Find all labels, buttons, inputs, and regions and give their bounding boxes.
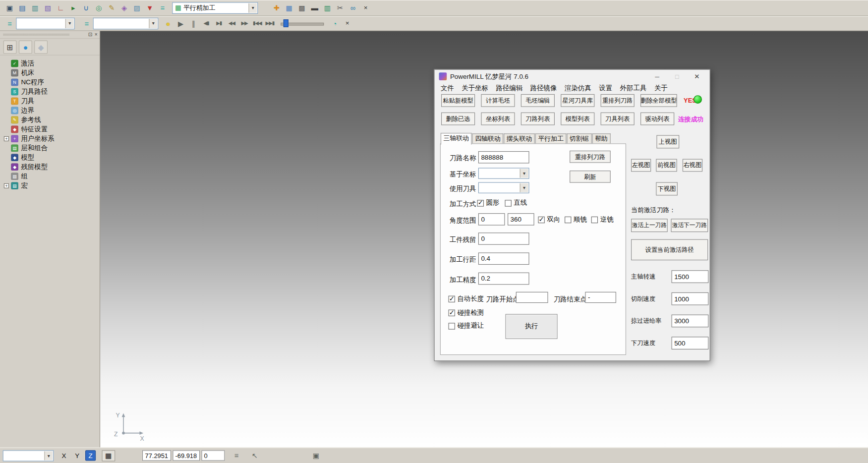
speed-input[interactable]	[672, 292, 709, 305]
tree-item[interactable]: ◆ 残留模型	[0, 162, 100, 172]
set-active-path-button[interactable]: 设置当前激活路径	[631, 239, 708, 260]
action-button[interactable]: 重排列刀路	[601, 94, 635, 107]
save-icon[interactable]: ▤	[17, 2, 28, 13]
print-icon[interactable]: ▥	[29, 2, 41, 13]
status-combo[interactable]	[3, 450, 54, 461]
action-button[interactable]: 刀路列表	[521, 113, 555, 125]
direction-checkbox[interactable]: 顺铣	[565, 215, 587, 224]
drag-grip[interactable]	[3, 34, 69, 35]
coordinate-field[interactable]: -69.918	[173, 450, 200, 461]
expand-icon[interactable]	[4, 183, 9, 188]
minimize-button[interactable]: ─	[649, 73, 666, 79]
step-button[interactable]: ▶▮	[213, 17, 225, 29]
tree-item[interactable]: ▤ 宏	[0, 181, 100, 190]
angle-to-input[interactable]	[508, 213, 534, 226]
stock-allowance-input[interactable]	[478, 232, 529, 245]
menu-item[interactable]: 路径编辑	[492, 83, 526, 94]
refresh-button[interactable]: 刷新	[570, 171, 611, 183]
reorder-toolpath-button[interactable]: 重排列刀路	[570, 151, 611, 163]
model-block-icon[interactable]: ▨	[131, 2, 143, 13]
globe-icon[interactable]: ●	[19, 40, 32, 54]
tab[interactable]: 切割锯	[567, 133, 592, 144]
tab[interactable]: 帮助	[592, 133, 610, 144]
tree-item[interactable]: ▤ 层和组合	[0, 143, 100, 153]
curve-icon[interactable]: ∪	[80, 2, 92, 13]
menu-item[interactable]: 渲染仿真	[561, 83, 595, 94]
end-point-input[interactable]	[585, 292, 616, 303]
close-button[interactable]: ✕	[689, 72, 705, 80]
tree-item[interactable]: ◆ 模型	[0, 153, 100, 162]
simulation-clock-icon[interactable]: ◔	[329, 17, 340, 29]
tree-item[interactable]: ✓ 激活	[0, 58, 100, 68]
menu-item[interactable]: 关于坐标	[458, 83, 492, 94]
base-coord-select[interactable]	[478, 168, 529, 179]
view-bottom-button[interactable]: 下视图	[656, 182, 678, 196]
speed-input[interactable]	[672, 270, 709, 283]
clip-icon[interactable]: ✂	[334, 2, 346, 13]
action-button[interactable]: 计算毛坯	[481, 94, 515, 107]
workplane-icon[interactable]: ∟	[55, 2, 66, 13]
auto-length-checkbox[interactable]: 自动长度	[449, 294, 484, 303]
tool-combo[interactable]	[93, 17, 159, 29]
direction-checkbox[interactable]: 逆铣	[591, 215, 614, 224]
coordinate-field[interactable]: 77.2951	[142, 450, 171, 461]
pages-icon-button[interactable]: ▣	[310, 450, 322, 461]
action-button[interactable]: 模型列表	[561, 113, 594, 125]
start-point-input[interactable]	[516, 292, 548, 303]
expand-icon[interactable]	[4, 136, 9, 141]
transform-icon[interactable]: ◈	[118, 2, 130, 13]
strategy-list-icon[interactable]: ≡	[157, 2, 168, 13]
tolerance-input[interactable]	[478, 273, 529, 285]
toolpath-list-icon[interactable]: ≡	[4, 17, 15, 29]
light-bulb-icon[interactable]: ●	[162, 17, 174, 29]
tab[interactable]: 摆头联动	[504, 133, 535, 144]
action-button[interactable]: 星河刀具库	[561, 94, 594, 107]
grid-toggle-button[interactable]: ▦	[102, 450, 115, 461]
toolpath-icon[interactable]: ▸	[67, 2, 79, 13]
explorer-float-icon[interactable]: ⊡	[88, 32, 92, 37]
action-button[interactable]: 驱动列表	[640, 113, 674, 125]
shaded-model-icon[interactable]: ◆	[34, 40, 48, 54]
tree-item[interactable]: S 刀具路径	[0, 87, 100, 96]
action-button[interactable]: 坐标列表	[481, 113, 515, 125]
toolpath-combo[interactable]	[16, 17, 74, 29]
maximize-button[interactable]: □	[669, 73, 686, 79]
simulation-speed-slider[interactable]	[281, 19, 324, 28]
view-left-button[interactable]: 左视图	[631, 159, 651, 172]
tree-item[interactable]: N NC程序	[0, 77, 100, 87]
tree-item[interactable]: M 机床	[0, 68, 100, 77]
block-icon[interactable]: ▧	[42, 2, 54, 13]
tree-item[interactable]: ◆ 特征设置	[0, 124, 100, 134]
view-right-button[interactable]: 右视图	[683, 159, 702, 172]
view-front-button[interactable]: 前视图	[656, 159, 677, 172]
tree-item[interactable]: ▧ 组	[0, 172, 100, 181]
view-icon[interactable]: ∞	[347, 2, 358, 13]
menu-item[interactable]: 关于	[650, 83, 671, 94]
dialog-titlebar[interactable]: PowerMILL 忆梦星河 7.0.6 ─ □ ✕	[435, 70, 710, 83]
axis-toggle-button[interactable]: Y	[72, 450, 82, 461]
angle-from-input[interactable]	[478, 213, 505, 226]
measure-icon[interactable]: ▬	[309, 2, 320, 13]
direction-checkbox[interactable]: 双向	[538, 215, 560, 224]
tree-item[interactable]: T 刀具	[0, 96, 100, 106]
calculator-icon[interactable]: ▩	[296, 2, 307, 13]
axis-toggle-button[interactable]: Z	[85, 450, 96, 461]
toolkit-icon[interactable]: ✚	[271, 2, 282, 13]
activate-next-toolpath-button[interactable]: 激活下一刀路	[671, 219, 708, 232]
menu-item[interactable]: 路径镜像	[526, 83, 561, 94]
axis-toggle-button[interactable]: X	[58, 450, 69, 461]
pencil-icon[interactable]: ✎	[106, 2, 117, 13]
tab[interactable]: 四轴联动	[472, 133, 504, 144]
use-tool-select[interactable]	[478, 182, 529, 193]
action-button[interactable]: 刀具列表	[601, 113, 635, 125]
simulation-icon[interactable]: ▦	[284, 2, 295, 13]
action-button[interactable]: 删除全部模型	[640, 94, 677, 107]
tree-structure-icon[interactable]: ⊞	[3, 40, 17, 54]
action-button[interactable]: 删除已选	[441, 113, 475, 125]
action-button[interactable]: 毛坯编辑	[521, 94, 555, 107]
pointer-icon-button[interactable]: ↖	[249, 450, 260, 461]
view-top-button[interactable]: 上视图	[656, 135, 679, 149]
step-button[interactable]: ◀◀	[226, 17, 237, 29]
tab[interactable]: 三轴联动	[441, 133, 472, 144]
stepover-input[interactable]	[478, 252, 529, 265]
